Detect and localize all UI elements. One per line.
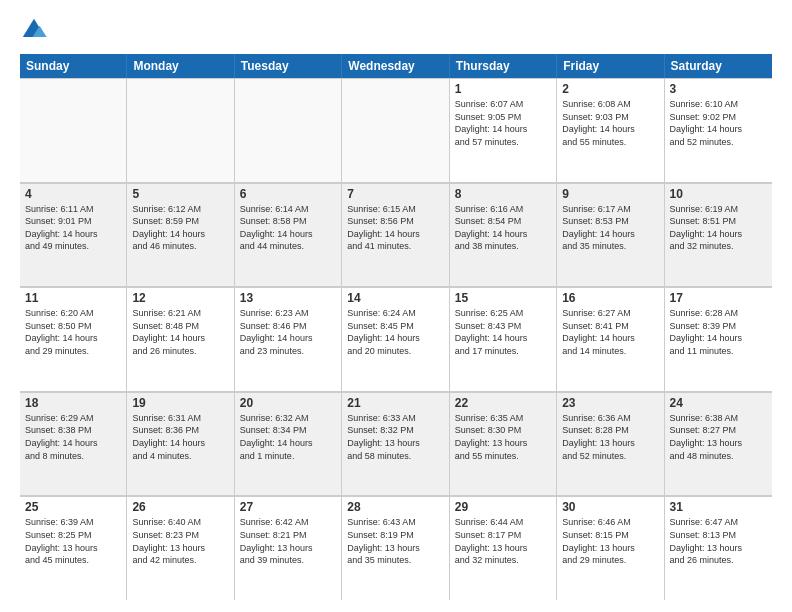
cal-cell: 12Sunrise: 6:21 AM Sunset: 8:48 PM Dayli…: [127, 287, 234, 391]
day-info: Sunrise: 6:21 AM Sunset: 8:48 PM Dayligh…: [132, 307, 228, 357]
cal-cell: 6Sunrise: 6:14 AM Sunset: 8:58 PM Daylig…: [235, 183, 342, 287]
day-number: 16: [562, 291, 658, 305]
day-info: Sunrise: 6:28 AM Sunset: 8:39 PM Dayligh…: [670, 307, 767, 357]
day-info: Sunrise: 6:08 AM Sunset: 9:03 PM Dayligh…: [562, 98, 658, 148]
page: SundayMondayTuesdayWednesdayThursdayFrid…: [0, 0, 792, 612]
day-info: Sunrise: 6:20 AM Sunset: 8:50 PM Dayligh…: [25, 307, 121, 357]
cal-cell: 28Sunrise: 6:43 AM Sunset: 8:19 PM Dayli…: [342, 496, 449, 600]
calendar-body: 1Sunrise: 6:07 AM Sunset: 9:05 PM Daylig…: [20, 78, 772, 600]
day-number: 11: [25, 291, 121, 305]
day-number: 10: [670, 187, 767, 201]
cal-cell: 26Sunrise: 6:40 AM Sunset: 8:23 PM Dayli…: [127, 496, 234, 600]
day-info: Sunrise: 6:31 AM Sunset: 8:36 PM Dayligh…: [132, 412, 228, 462]
cal-cell: 21Sunrise: 6:33 AM Sunset: 8:32 PM Dayli…: [342, 392, 449, 496]
day-number: 28: [347, 500, 443, 514]
day-number: 20: [240, 396, 336, 410]
day-number: 3: [670, 82, 767, 96]
cal-cell: 2Sunrise: 6:08 AM Sunset: 9:03 PM Daylig…: [557, 78, 664, 182]
day-info: Sunrise: 6:33 AM Sunset: 8:32 PM Dayligh…: [347, 412, 443, 462]
cal-week-0: 1Sunrise: 6:07 AM Sunset: 9:05 PM Daylig…: [20, 78, 772, 183]
header-day-sunday: Sunday: [20, 54, 127, 78]
calendar-header: SundayMondayTuesdayWednesdayThursdayFrid…: [20, 54, 772, 78]
day-info: Sunrise: 6:36 AM Sunset: 8:28 PM Dayligh…: [562, 412, 658, 462]
day-info: Sunrise: 6:19 AM Sunset: 8:51 PM Dayligh…: [670, 203, 767, 253]
day-info: Sunrise: 6:35 AM Sunset: 8:30 PM Dayligh…: [455, 412, 551, 462]
day-info: Sunrise: 6:40 AM Sunset: 8:23 PM Dayligh…: [132, 516, 228, 566]
day-info: Sunrise: 6:16 AM Sunset: 8:54 PM Dayligh…: [455, 203, 551, 253]
day-info: Sunrise: 6:24 AM Sunset: 8:45 PM Dayligh…: [347, 307, 443, 357]
header-day-tuesday: Tuesday: [235, 54, 342, 78]
cal-cell: 10Sunrise: 6:19 AM Sunset: 8:51 PM Dayli…: [665, 183, 772, 287]
day-number: 25: [25, 500, 121, 514]
day-number: 29: [455, 500, 551, 514]
day-number: 7: [347, 187, 443, 201]
day-number: 8: [455, 187, 551, 201]
day-info: Sunrise: 6:39 AM Sunset: 8:25 PM Dayligh…: [25, 516, 121, 566]
logo-icon: [20, 16, 48, 44]
day-number: 6: [240, 187, 336, 201]
cal-cell: 19Sunrise: 6:31 AM Sunset: 8:36 PM Dayli…: [127, 392, 234, 496]
cal-cell: [235, 78, 342, 182]
cal-cell: 9Sunrise: 6:17 AM Sunset: 8:53 PM Daylig…: [557, 183, 664, 287]
header-day-saturday: Saturday: [665, 54, 772, 78]
cal-cell: 11Sunrise: 6:20 AM Sunset: 8:50 PM Dayli…: [20, 287, 127, 391]
day-number: 15: [455, 291, 551, 305]
cal-cell: 25Sunrise: 6:39 AM Sunset: 8:25 PM Dayli…: [20, 496, 127, 600]
day-number: 5: [132, 187, 228, 201]
day-number: 24: [670, 396, 767, 410]
day-info: Sunrise: 6:43 AM Sunset: 8:19 PM Dayligh…: [347, 516, 443, 566]
logo: [20, 16, 52, 44]
day-number: 31: [670, 500, 767, 514]
cal-cell: 5Sunrise: 6:12 AM Sunset: 8:59 PM Daylig…: [127, 183, 234, 287]
cal-cell: 24Sunrise: 6:38 AM Sunset: 8:27 PM Dayli…: [665, 392, 772, 496]
day-number: 27: [240, 500, 336, 514]
day-info: Sunrise: 6:42 AM Sunset: 8:21 PM Dayligh…: [240, 516, 336, 566]
header-day-friday: Friday: [557, 54, 664, 78]
day-number: 9: [562, 187, 658, 201]
cal-cell: 7Sunrise: 6:15 AM Sunset: 8:56 PM Daylig…: [342, 183, 449, 287]
cal-cell: 16Sunrise: 6:27 AM Sunset: 8:41 PM Dayli…: [557, 287, 664, 391]
header-day-monday: Monday: [127, 54, 234, 78]
cal-cell: 30Sunrise: 6:46 AM Sunset: 8:15 PM Dayli…: [557, 496, 664, 600]
cal-cell: 8Sunrise: 6:16 AM Sunset: 8:54 PM Daylig…: [450, 183, 557, 287]
day-number: 19: [132, 396, 228, 410]
cal-week-1: 4Sunrise: 6:11 AM Sunset: 9:01 PM Daylig…: [20, 183, 772, 288]
day-number: 21: [347, 396, 443, 410]
day-info: Sunrise: 6:32 AM Sunset: 8:34 PM Dayligh…: [240, 412, 336, 462]
day-number: 17: [670, 291, 767, 305]
cal-week-3: 18Sunrise: 6:29 AM Sunset: 8:38 PM Dayli…: [20, 392, 772, 497]
day-number: 1: [455, 82, 551, 96]
cal-cell: [342, 78, 449, 182]
header-day-thursday: Thursday: [450, 54, 557, 78]
cal-cell: [127, 78, 234, 182]
day-info: Sunrise: 6:29 AM Sunset: 8:38 PM Dayligh…: [25, 412, 121, 462]
cal-cell: 4Sunrise: 6:11 AM Sunset: 9:01 PM Daylig…: [20, 183, 127, 287]
day-info: Sunrise: 6:46 AM Sunset: 8:15 PM Dayligh…: [562, 516, 658, 566]
day-info: Sunrise: 6:38 AM Sunset: 8:27 PM Dayligh…: [670, 412, 767, 462]
day-number: 4: [25, 187, 121, 201]
day-number: 22: [455, 396, 551, 410]
day-info: Sunrise: 6:15 AM Sunset: 8:56 PM Dayligh…: [347, 203, 443, 253]
cal-week-4: 25Sunrise: 6:39 AM Sunset: 8:25 PM Dayli…: [20, 496, 772, 600]
cal-cell: 27Sunrise: 6:42 AM Sunset: 8:21 PM Dayli…: [235, 496, 342, 600]
day-info: Sunrise: 6:23 AM Sunset: 8:46 PM Dayligh…: [240, 307, 336, 357]
header: [20, 16, 772, 44]
day-info: Sunrise: 6:25 AM Sunset: 8:43 PM Dayligh…: [455, 307, 551, 357]
day-info: Sunrise: 6:12 AM Sunset: 8:59 PM Dayligh…: [132, 203, 228, 253]
day-number: 13: [240, 291, 336, 305]
cal-cell: 22Sunrise: 6:35 AM Sunset: 8:30 PM Dayli…: [450, 392, 557, 496]
cal-cell: 18Sunrise: 6:29 AM Sunset: 8:38 PM Dayli…: [20, 392, 127, 496]
cal-cell: 15Sunrise: 6:25 AM Sunset: 8:43 PM Dayli…: [450, 287, 557, 391]
day-number: 12: [132, 291, 228, 305]
cal-cell: 13Sunrise: 6:23 AM Sunset: 8:46 PM Dayli…: [235, 287, 342, 391]
cal-cell: 29Sunrise: 6:44 AM Sunset: 8:17 PM Dayli…: [450, 496, 557, 600]
cal-cell: 14Sunrise: 6:24 AM Sunset: 8:45 PM Dayli…: [342, 287, 449, 391]
cal-cell: 31Sunrise: 6:47 AM Sunset: 8:13 PM Dayli…: [665, 496, 772, 600]
day-info: Sunrise: 6:07 AM Sunset: 9:05 PM Dayligh…: [455, 98, 551, 148]
day-info: Sunrise: 6:14 AM Sunset: 8:58 PM Dayligh…: [240, 203, 336, 253]
day-info: Sunrise: 6:17 AM Sunset: 8:53 PM Dayligh…: [562, 203, 658, 253]
cal-week-2: 11Sunrise: 6:20 AM Sunset: 8:50 PM Dayli…: [20, 287, 772, 392]
header-day-wednesday: Wednesday: [342, 54, 449, 78]
cal-cell: 17Sunrise: 6:28 AM Sunset: 8:39 PM Dayli…: [665, 287, 772, 391]
day-info: Sunrise: 6:44 AM Sunset: 8:17 PM Dayligh…: [455, 516, 551, 566]
